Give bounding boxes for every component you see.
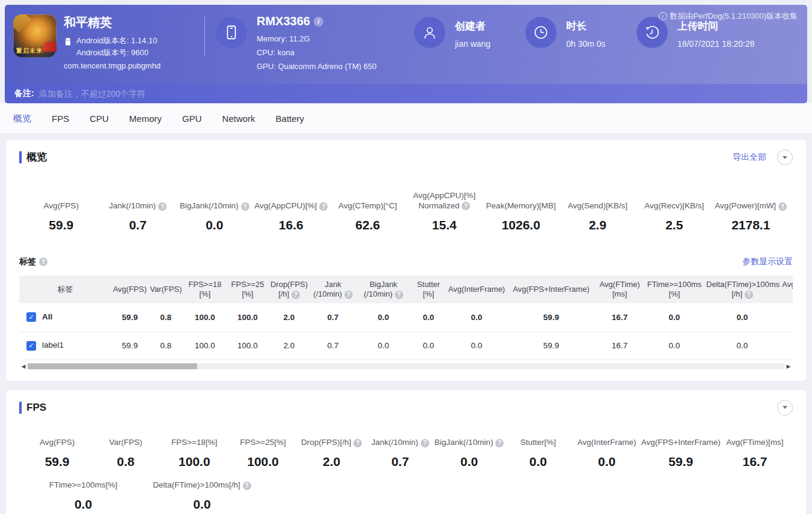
table-cell: 0.0 <box>411 331 447 360</box>
help-icon[interactable]: ? <box>778 202 787 211</box>
app-info: 和平精英 Android版本名: 1.14.10 <box>64 14 160 70</box>
column-header-13: Avg(AppCPU)[%] <box>780 276 793 303</box>
table-cell: 59.9 <box>111 331 148 360</box>
help-icon[interactable]: ? <box>395 291 403 299</box>
row-checkbox[interactable]: ✓ <box>26 312 36 322</box>
metric-label: Drop(FPS)[/h] ? <box>298 437 366 447</box>
duration-label: 时长 <box>566 19 605 33</box>
tab-cpu[interactable]: CPU <box>90 113 109 124</box>
column-header-9: Avg(FPS+InterFrame) <box>507 276 596 303</box>
table-cell: 0.0 <box>705 303 780 331</box>
metric-label-text: Stutter[%] <box>520 437 556 447</box>
metric-label-text: FPS>=18[%] <box>171 437 218 447</box>
scroll-right-icon[interactable]: ▶ <box>784 363 793 369</box>
metric-value: 0.0 <box>573 455 641 469</box>
table-cell: 0.7 <box>310 303 356 331</box>
metric-label-text: Var(FPS) <box>109 437 142 447</box>
scrollbar-track[interactable] <box>28 363 784 369</box>
table-cell: 0.0 <box>356 331 411 360</box>
header: i 数据由PerfDog(5.1.210300)版本收集 重启未来 和平精英 <box>5 5 807 103</box>
help-icon[interactable]: ? <box>353 439 362 447</box>
param-display-settings-link[interactable]: 参数显示设置 <box>742 256 793 267</box>
metric-value: 0.7 <box>100 218 177 232</box>
metric-label-text: Avg(InterFrame) <box>578 437 636 447</box>
tab-fps[interactable]: FPS <box>52 113 69 124</box>
help-icon[interactable]: ? <box>39 258 47 266</box>
table-cell: 59.9 <box>507 303 596 331</box>
scrollbar-thumb[interactable] <box>28 363 197 369</box>
metric-label-text: Avg(Recv)[KB/s] <box>644 201 704 211</box>
remark-input[interactable] <box>39 89 798 98</box>
labels-section-title: 标签 ? <box>19 256 47 267</box>
collapse-fps-button[interactable] <box>777 400 793 416</box>
table-cell: 0.0 <box>356 303 411 331</box>
fps-metrics-row-1: Avg(FPS)59.9Var(FPS)0.8FPS>=18[%]100.0FP… <box>19 437 793 469</box>
column-header-7: Stutter[%] <box>411 276 447 303</box>
metric-label: Jank(/10min) ? <box>366 437 435 447</box>
tab-battery[interactable]: Battery <box>276 113 305 124</box>
metric-label: Peak(Memory)[MB] <box>483 201 560 211</box>
metric-value: 15.4 <box>406 218 483 232</box>
metric-label-text: Peak(Memory)[MB] <box>486 201 556 211</box>
table-cell: 16.6 <box>780 331 793 360</box>
fps-metric-10: Avg(FTime)[ms]16.7 <box>721 437 789 469</box>
fps-metric-8: Avg(InterFrame)0.0 <box>573 437 641 469</box>
scroll-left-icon[interactable]: ◀ <box>19 363 28 369</box>
metric-value: 59.9 <box>23 455 91 469</box>
help-icon[interactable]: ? <box>462 202 470 210</box>
help-icon[interactable]: ? <box>319 202 328 211</box>
fps-metric-4: Drop(FPS)[/h] ?2.0 <box>298 437 366 469</box>
app-icon: 重启未来 <box>13 14 56 58</box>
fps-metric-7: Stutter[%]0.0 <box>504 437 572 469</box>
table-cell: 0.0 <box>644 331 705 360</box>
metric-value: 0.0 <box>34 497 133 512</box>
help-icon[interactable]: ? <box>344 291 353 299</box>
metric-label: Avg(Recv)[KB/s] <box>636 201 713 211</box>
table-cell: 16.6 <box>780 303 793 331</box>
labels-title-text: 标签 <box>19 256 36 267</box>
android-icon <box>64 37 72 59</box>
help-icon[interactable]: ? <box>158 202 166 211</box>
table-cell: 16.7 <box>596 303 644 331</box>
info-icon: i <box>659 12 667 20</box>
metric-label: Var(FPS) <box>91 437 160 447</box>
export-all-link[interactable]: 导出全部 <box>733 152 766 163</box>
overview-metric-8: Avg(Recv)[KB/s]2.5 <box>636 201 713 232</box>
tab-overview[interactable]: 概览 <box>13 113 31 124</box>
overview-card: 概览 导出全部 Avg(FPS)59.9Jank(/10min) ?0.7Big… <box>6 140 806 381</box>
android-version-code: Android版本号: 9600 <box>76 47 157 59</box>
table-header-row: 标签Avg(FPS)Var(FPS)FPS>=18[%]FPS>=25[%]Dr… <box>19 276 793 303</box>
table-cell: 2.0 <box>269 331 310 360</box>
metric-value: 0.0 <box>435 455 504 469</box>
help-icon[interactable]: ? <box>745 291 753 299</box>
collapse-overview-button[interactable] <box>777 150 793 165</box>
tab-gpu[interactable]: GPU <box>182 113 202 124</box>
metric-value: 2.0 <box>298 455 366 469</box>
tab-memory[interactable]: Memory <box>129 113 162 124</box>
tab-network[interactable]: Network <box>222 113 255 124</box>
metric-value: 62.6 <box>329 218 406 232</box>
metric-value: 16.7 <box>721 455 789 469</box>
metric-label-text: Avg(FPS) <box>44 201 79 211</box>
help-icon[interactable]: ? <box>243 482 251 490</box>
table-cell: 100.0 <box>227 303 269 331</box>
overview-metrics-row: Avg(FPS)59.9Jank(/10min) ?0.7BigJank(/10… <box>19 190 793 232</box>
metric-value: 2.5 <box>636 218 713 232</box>
row-checkbox[interactable]: ✓ <box>26 341 36 351</box>
help-icon[interactable]: ? <box>421 439 429 447</box>
device-memory: Memory: 11.2G <box>257 32 376 46</box>
chevron-down-icon <box>783 406 787 409</box>
fps-section-title: FPS <box>19 402 46 414</box>
table-cell: 0.0 <box>705 331 780 360</box>
metric-label: Avg(FPS+InterFrame) <box>641 437 721 447</box>
help-icon[interactable]: ? <box>292 291 300 299</box>
help-icon[interactable]: ? <box>241 202 249 211</box>
device-info-icon[interactable]: i <box>314 17 323 26</box>
column-header-6: BigJank(/10min) ? <box>356 276 411 303</box>
creator-value: jian wang <box>455 39 490 49</box>
help-icon[interactable]: ? <box>495 439 504 447</box>
column-header-10: Avg(FTime)[ms] <box>596 276 644 303</box>
table-cell: 100.0 <box>183 303 227 331</box>
metric-label: BigJank(/10min) ? <box>435 437 504 447</box>
app-name: 和平精英 <box>64 14 160 31</box>
